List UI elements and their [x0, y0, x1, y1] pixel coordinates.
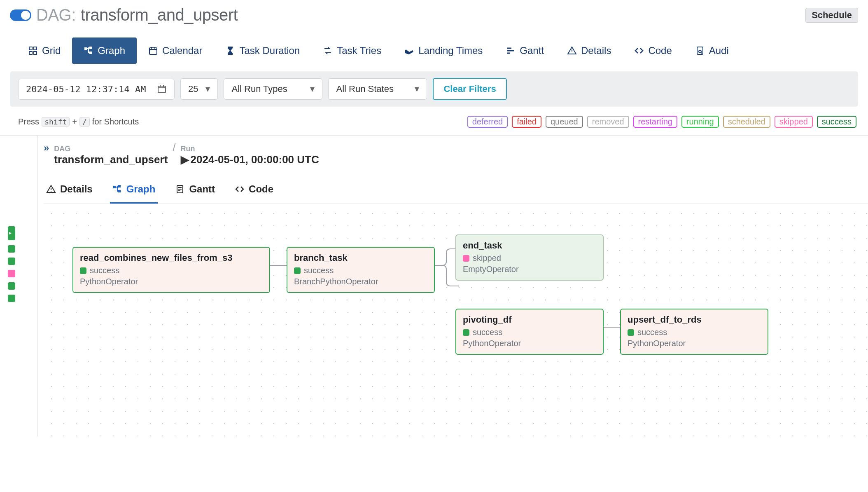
kbd-shift: shift [42, 117, 70, 127]
bc-dag-value[interactable]: transform_and_upsert [54, 153, 168, 166]
bc-run-value[interactable]: ▶2024-05-01, 00:00:00 UTC [181, 153, 319, 166]
run-states-filter[interactable]: All Run States ▾ [328, 78, 427, 100]
dag-name: transform_and_upsert [81, 6, 238, 24]
play-icon: ▶ [181, 153, 189, 166]
subtab-details[interactable]: Details [44, 178, 95, 204]
tab-calendar[interactable]: Calendar [137, 37, 214, 64]
bc-run-label: Run [181, 145, 319, 153]
node-title: end_task [463, 240, 596, 251]
dag-prefix: DAG: [36, 6, 76, 24]
node-title: pivoting_df [463, 314, 596, 325]
warning-icon [567, 46, 577, 56]
node-status: success [304, 266, 334, 275]
tab-gantt[interactable]: Gantt [494, 37, 555, 64]
task-node-upsert[interactable]: upsert_df_to_rds success PythonOperator [620, 309, 768, 355]
legend: deferredfailedqueuedremovedrestartingrun… [467, 116, 856, 128]
legend-skipped[interactable]: skipped [775, 116, 813, 128]
svg-rect-2 [29, 52, 32, 54]
gutter [0, 136, 23, 436]
gutter-run-marker[interactable] [8, 282, 15, 290]
subtab-graph[interactable]: Graph [110, 178, 158, 204]
calendar-icon [148, 46, 158, 56]
datetime-filter[interactable]: 2024-05-12 12:37:14 AM [18, 79, 175, 100]
legend-running[interactable]: running [681, 116, 719, 128]
svg-rect-12 [118, 185, 121, 187]
audit-icon [695, 46, 705, 56]
tab-graph[interactable]: Graph [72, 37, 137, 64]
status-dot [80, 267, 86, 274]
node-title: branch_task [294, 253, 427, 263]
svg-rect-13 [118, 190, 121, 192]
run-types-filter[interactable]: All Run Types ▾ [224, 78, 322, 100]
hourglass-icon [225, 46, 235, 56]
tab-grid[interactable]: Grid [16, 37, 72, 64]
graph-icon [84, 46, 93, 56]
tab-landing-times[interactable]: Landing Times [393, 37, 494, 64]
code-icon [235, 184, 245, 194]
run-panel: » DAG transform_and_upsert / Run ▶2024-0… [23, 136, 868, 436]
svg-rect-3 [34, 52, 37, 54]
task-node-read-combines[interactable]: read_combines_new_files_from_s3 success … [72, 247, 270, 293]
node-title: read_combines_new_files_from_s3 [80, 253, 263, 263]
gutter-run-marker[interactable] [8, 295, 15, 302]
svg-rect-7 [149, 48, 157, 54]
legend-restarting[interactable]: restarting [633, 116, 677, 128]
status-dot [463, 329, 469, 336]
legend-success[interactable]: success [817, 116, 856, 128]
tries-icon [323, 46, 333, 56]
legend-failed[interactable]: failed [512, 116, 541, 128]
count-filter[interactable]: 25 ▾ [180, 78, 218, 100]
gutter-run-marker[interactable] [8, 245, 15, 253]
grid-icon [28, 46, 38, 56]
legend-scheduled[interactable]: scheduled [723, 116, 770, 128]
subtabs: Details Graph Gantt Code [44, 178, 868, 204]
svg-rect-0 [29, 47, 32, 50]
node-operator: BranchPythonOperator [294, 277, 427, 286]
legend-removed[interactable]: removed [587, 116, 629, 128]
node-operator: PythonOperator [463, 339, 596, 348]
gutter-run-marker[interactable] [8, 270, 15, 277]
task-node-end[interactable]: end_task skipped EmptyOperator [455, 234, 604, 281]
chevron-down-icon: ▾ [310, 84, 315, 94]
graph-canvas[interactable]: read_combines_new_files_from_s3 success … [44, 206, 868, 436]
chevron-down-icon: ▾ [415, 84, 419, 94]
node-status: skipped [473, 253, 501, 263]
task-node-branch[interactable]: branch_task success BranchPythonOperator [287, 247, 435, 293]
status-dot [628, 329, 634, 336]
tab-task-duration[interactable]: Task Duration [214, 37, 311, 64]
schedule-button[interactable]: Schedule [805, 8, 858, 23]
svg-rect-10 [158, 86, 166, 93]
svg-rect-5 [89, 47, 92, 49]
subtab-gantt[interactable]: Gantt [173, 178, 217, 204]
legend-queued[interactable]: queued [546, 116, 583, 128]
svg-rect-6 [89, 52, 92, 54]
header: DAG: transform_and_upsert Schedule [0, 0, 868, 28]
graph-icon [112, 184, 122, 194]
tab-task-tries[interactable]: Task Tries [311, 37, 393, 64]
tabs: Grid Graph Calendar Task Duration Task T… [0, 28, 868, 64]
document-icon [175, 184, 185, 194]
status-dot [463, 255, 469, 262]
subtab-code[interactable]: Code [232, 178, 276, 204]
tab-code[interactable]: Code [623, 37, 683, 64]
chevron-down-icon: ▾ [205, 84, 210, 94]
gutter-run-marker[interactable] [8, 258, 15, 265]
node-operator: PythonOperator [80, 277, 263, 286]
landing-icon [404, 46, 414, 56]
task-node-pivoting[interactable]: pivoting_df success PythonOperator [455, 309, 604, 355]
node-operator: PythonOperator [628, 339, 761, 348]
clear-filters-button[interactable]: Clear Filters [433, 78, 506, 100]
node-operator: EmptyOperator [463, 265, 596, 274]
node-status: success [473, 328, 502, 337]
node-status: success [90, 266, 119, 275]
node-title: upsert_df_to_rds [628, 314, 761, 325]
tab-details[interactable]: Details [555, 37, 623, 64]
collapse-icon[interactable]: » [44, 142, 49, 154]
tab-audit[interactable]: Audi [684, 37, 740, 64]
svg-rect-11 [113, 186, 116, 188]
run-area: » DAG transform_and_upsert / Run ▶2024-0… [0, 136, 868, 436]
gantt-icon [506, 46, 516, 56]
gutter-run-marker[interactable] [8, 226, 15, 240]
dag-toggle[interactable] [10, 9, 31, 21]
legend-deferred[interactable]: deferred [467, 116, 508, 128]
